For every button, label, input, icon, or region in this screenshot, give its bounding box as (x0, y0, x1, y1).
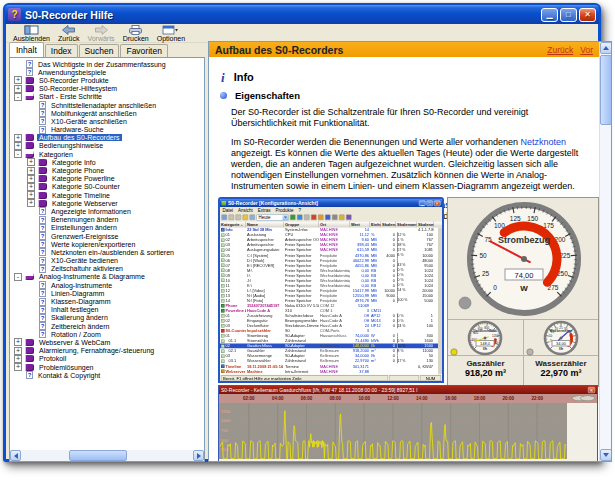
tree-item[interactable]: +Kategorie Phone (10, 166, 204, 174)
tree-item-label[interactable]: Kategorien (37, 151, 75, 158)
tree-item-label[interactable]: Linien-Diagramm (49, 290, 106, 297)
tree-item[interactable]: ?Klassen-Diagramm (10, 297, 204, 305)
options-button[interactable]: Optionen (153, 24, 189, 43)
close-button[interactable]: ✕ (579, 8, 596, 22)
tree-item-label[interactable]: Angezeigte Informationen (49, 208, 133, 215)
scroll-up-button[interactable] (600, 42, 612, 54)
plus-box[interactable]: + (27, 158, 35, 166)
tree-item[interactable]: -Analog-Instrumente & Diagramme (10, 273, 204, 281)
tree-item-label[interactable]: S0-Recorder-Hilfesystem (37, 85, 119, 92)
tree-item[interactable]: -Kategorien (10, 150, 204, 158)
tree-item-label[interactable]: Kategorie Phone (50, 167, 106, 174)
tree-item[interactable]: ?X10-Geräte anschließen (10, 117, 204, 125)
tree-item-label[interactable]: Benennungen ändern (49, 216, 120, 223)
maximize-button[interactable]: □ (560, 8, 577, 22)
tree-item[interactable]: ?Werte kopieren/exportieren (10, 240, 204, 248)
tree-item-label[interactable]: Das Wichtigste in der Zusammenfassung (36, 61, 168, 68)
tree-item-label[interactable]: Rotation / Zoom (49, 331, 103, 338)
forward-link[interactable]: Vor (580, 45, 593, 55)
tab-inhalt[interactable]: Inhalt (9, 42, 44, 57)
tree-item[interactable]: +Webserver & WebCam (10, 338, 204, 346)
title-bar[interactable]: ? S0-Recorder Hilfe ▁ □ ✕ (5, 5, 599, 24)
tree-item-label[interactable]: Analog-Instrumente (49, 282, 114, 289)
plus-box[interactable]: + (14, 363, 22, 371)
tree-item[interactable]: +S0-Recorder Produkte (10, 76, 204, 84)
tree-item[interactable]: ?Schnittstellenadapter anschließen (10, 101, 204, 109)
minus-box[interactable]: - (14, 93, 22, 101)
tree-item[interactable]: +Bedienungshinweise (10, 142, 204, 150)
tree-item-label[interactable]: Webserver & WebCam (37, 339, 112, 346)
tree-item-label[interactable]: Schnittstellenadapter anschließen (49, 102, 158, 109)
plus-box[interactable]: + (14, 85, 22, 93)
tree-item[interactable]: +Problemlösungen (10, 363, 204, 371)
tree-item-label[interactable]: Protokoll (37, 355, 68, 362)
tree-item[interactable]: ?Zeitbereich ändern (10, 322, 204, 330)
tree-item-label[interactable]: Inhalt festlegen (49, 306, 100, 313)
back-link[interactable]: Zurück (547, 45, 573, 55)
forward-button[interactable]: Vorwärts (83, 24, 118, 43)
tree-item-label[interactable]: Mobilfunkgerät anschließen (49, 110, 139, 117)
scroll-down-button[interactable] (600, 449, 612, 461)
tree-item[interactable]: ?Mobilfunkgerät anschließen (10, 109, 204, 117)
minimize-button[interactable]: ▁ (541, 8, 558, 22)
tree-item[interactable]: ?Inhalt festlegen (10, 306, 204, 314)
tree-item[interactable]: +Kategorie Webserver (10, 199, 204, 207)
scroll-right-button[interactable] (193, 450, 204, 461)
tree-item[interactable]: ?Grenzwert-Ereignisse (10, 232, 204, 240)
plus-box[interactable]: + (27, 191, 35, 199)
tree-item[interactable]: +Aufbau des S0-Recorders (10, 134, 204, 142)
tree-item[interactable]: ?Zeitschaltuhr aktivieren (10, 265, 204, 273)
tree-item-label[interactable]: Kategorie Info (50, 159, 98, 166)
tree-item[interactable]: +Kategorie Timeline (10, 191, 204, 199)
tree-item-label[interactable]: Kategorie S0-Counter (50, 183, 122, 190)
tree-item[interactable]: -Start - Erste Schritte (10, 93, 204, 101)
tree-item-label[interactable]: Skalierung ändern (49, 314, 110, 321)
tree-item[interactable]: +Kategorie Powerline (10, 175, 204, 183)
tree-item-label[interactable]: Kategorie Powerline (50, 175, 117, 182)
netzknoten-link[interactable]: Netzknoten (521, 137, 567, 147)
print-button[interactable]: Drucken (119, 24, 153, 43)
tree-item[interactable]: ?Linien-Diagramm (10, 289, 204, 297)
tab-suchen[interactable]: Suchen (79, 44, 120, 57)
tree-item[interactable]: +Protokoll (10, 355, 204, 363)
tree-item[interactable]: ?Das Wichtigste in der Zusammenfassung (10, 60, 204, 68)
tree-item[interactable]: ?Kontakt & Copyright (10, 371, 204, 379)
scroll-track[interactable] (21, 450, 193, 461)
tree-item[interactable]: ?Rotation / Zoom (10, 330, 204, 338)
topic-scroll-thumb[interactable] (600, 55, 612, 125)
tree-item-label[interactable]: Grenzwert-Ereignisse (49, 233, 120, 240)
scroll-thumb[interactable] (69, 450, 127, 461)
plus-box[interactable]: + (14, 355, 22, 363)
wassermenge-gauge[interactable]: 051015202530354045Wassermenge34,00l/h (524, 320, 598, 356)
tree-item-label[interactable]: Netzknoten ein-/ausblenden & sortieren (49, 249, 176, 256)
minus-box[interactable]: - (14, 150, 22, 158)
tree-item[interactable]: ?Einstellungen ändern (10, 224, 204, 232)
minus-box[interactable]: - (14, 273, 22, 281)
tree-item-label[interactable]: X10-Geräte bedienen (49, 257, 120, 264)
plus-box[interactable]: + (27, 167, 35, 175)
tab-favoriten[interactable]: Favoriten (120, 44, 167, 57)
tree-item-label[interactable]: Kategorie Timeline (50, 192, 112, 199)
plus-box[interactable]: + (14, 338, 22, 346)
strombezug-gauge[interactable]: 0255075100125150175200225250275Strombezu… (448, 198, 598, 320)
tree-item-label[interactable]: Analog-Instrumente & Diagramme (37, 273, 147, 280)
gauge-panel[interactable]: 0255075100125150175200225250275Strombezu… (447, 197, 599, 387)
tree-item[interactable]: ?X10-Geräte bedienen (10, 257, 204, 265)
tree-item[interactable]: ?Angezeigte Informationen (10, 207, 204, 215)
tree-item-label[interactable]: Hardware-Suche (49, 126, 106, 133)
plus-box[interactable]: + (27, 199, 35, 207)
tree-item-label[interactable]: Klassen-Diagramm (49, 298, 113, 305)
tree-item[interactable]: ?Netzknoten ein-/ausblenden & sortieren (10, 248, 204, 256)
tree-item[interactable]: ?Benennungen ändern (10, 216, 204, 224)
mini-app-window[interactable]: S0-Recorder [Konfigurations-Ansicht] ▁ □… (218, 197, 444, 383)
chart-window[interactable]: S0-Recorder - Kellerraum Gasdurchfluss [… (218, 385, 598, 462)
topic-scrollbar[interactable] (599, 42, 611, 461)
tree-item-label[interactable]: Bedienungshinweise (37, 142, 105, 149)
plus-box[interactable]: + (14, 142, 22, 150)
tree-item[interactable]: +Alarmierung, Fernabfrage/-steuerung (10, 347, 204, 355)
tree-item-label[interactable]: S0-Recorder Produkte (37, 77, 111, 84)
tree-item-label[interactable]: Werte kopieren/exportieren (49, 241, 137, 248)
plus-box[interactable]: + (14, 76, 22, 84)
tree-item[interactable]: ?Anwendungsbeispiele (10, 68, 204, 76)
tree-item-label[interactable]: Kategorie Webserver (50, 200, 120, 207)
